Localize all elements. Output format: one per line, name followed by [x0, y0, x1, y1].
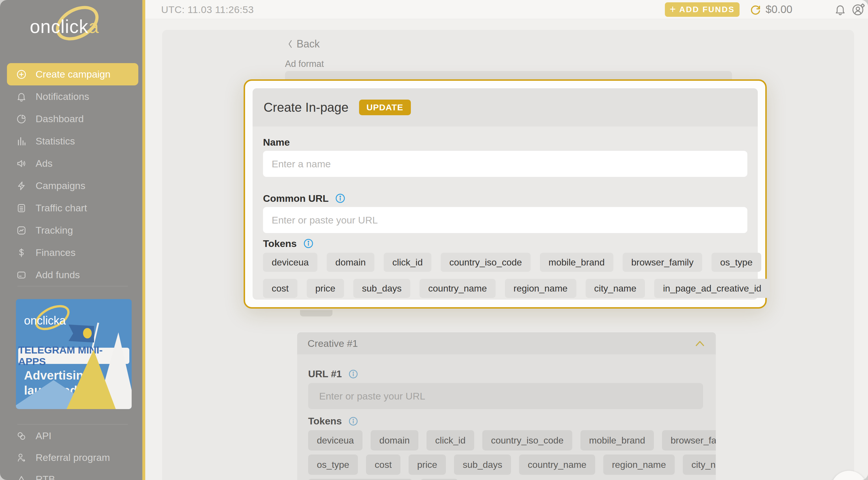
chevron-left-icon	[288, 40, 292, 48]
url-1-input	[308, 383, 703, 409]
lightning-icon	[16, 180, 27, 191]
token-chip: mobile_brand	[580, 430, 654, 450]
sidebar-item-add-funds[interactable]: Add funds	[7, 264, 138, 286]
info-icon[interactable]	[335, 193, 345, 204]
speaker-icon	[16, 158, 27, 169]
document-list-icon	[16, 203, 27, 214]
token-chip: country_name	[519, 454, 595, 475]
logo[interactable]: onclicka	[0, 0, 145, 52]
spotlight-header: Create In-page UPDATE	[253, 88, 758, 126]
back-label: Back	[297, 38, 320, 50]
logo-accent: a	[89, 16, 99, 37]
url-1-label: URL #1	[308, 368, 342, 380]
link-icon	[16, 430, 27, 442]
sidebar-item-dashboard[interactable]: Dashboard	[7, 108, 138, 130]
sidebar-item-label: Dashboard	[36, 113, 84, 124]
token-chip[interactable]: sub_days	[353, 279, 410, 298]
banner-logo: onclicka	[24, 314, 66, 327]
token-chip[interactable]: region_name	[505, 279, 576, 298]
token-chip: country_iso_code	[482, 430, 572, 450]
triangle-icon	[16, 474, 27, 480]
sidebar-item-campaigns[interactable]: Campaigns	[7, 175, 138, 197]
notifications-bell-icon[interactable]	[834, 3, 846, 16]
token-chip[interactable]: city_name	[586, 279, 645, 298]
credit-card-icon	[16, 270, 27, 280]
chevron-up-icon[interactable]	[695, 340, 704, 346]
token-chip-partial	[308, 479, 412, 480]
sidebar-footer: API Referral program RTB	[0, 425, 145, 480]
sidebar-item-label: RTB	[36, 474, 55, 480]
bell-icon	[16, 91, 27, 102]
tokens-row-2: costpricesub_dayscountry_nameregion_name…	[263, 279, 747, 298]
token-chip[interactable]: mobile_brand	[540, 253, 613, 272]
sidebar-item-notifications[interactable]: Notifications	[7, 85, 138, 108]
update-badge: UPDATE	[359, 99, 411, 115]
sidebar-item-traffic-chart[interactable]: Traffic chart	[7, 197, 138, 219]
name-label: Name	[263, 137, 290, 148]
sidebar-item-ads[interactable]: Ads	[7, 152, 138, 175]
sidebar-item-finances[interactable]: Finances	[7, 241, 138, 264]
sidebar-item-label: Finances	[36, 247, 75, 258]
token-chip[interactable]: in_page_ad_creative_id	[654, 279, 770, 298]
token-chip: city_name	[683, 454, 716, 475]
info-icon	[348, 369, 358, 379]
token-chip: browser_family	[662, 430, 716, 450]
sidebar-item-label: Traffic chart	[36, 202, 87, 214]
balance-amount: $0.00	[766, 0, 793, 19]
sidebar-item-create-campaign[interactable]: Create campaign	[7, 63, 138, 85]
creative-1-body: URL #1 Tokens deviceuadomainclick_idcoun…	[297, 354, 716, 480]
ad-format-label: Ad format	[285, 59, 324, 69]
sidebar-item-label: API	[36, 430, 52, 442]
create-in-page-spotlight: Create In-page UPDATE Name Common URL To…	[244, 79, 767, 309]
plus-circle-icon	[16, 69, 27, 80]
add-funds-label: ADD FUNDS	[679, 5, 735, 14]
token-chip[interactable]: domain	[327, 253, 374, 272]
refresh-balance-icon[interactable]	[749, 4, 762, 16]
token-chip-partial	[300, 310, 333, 317]
spotlight-title: Create In-page	[264, 100, 349, 115]
sidebar-item-label: Tracking	[36, 224, 73, 236]
token-chip[interactable]: price	[307, 279, 344, 298]
token-chip: deviceua	[308, 430, 363, 450]
token-chip: click_id	[427, 430, 474, 450]
sidebar-nav: Create campaign Notifications Dashboard …	[0, 63, 145, 286]
creative-1-header[interactable]: Creative #1	[297, 332, 716, 354]
token-chip: cost	[366, 454, 400, 475]
back-link[interactable]: Back	[288, 38, 320, 50]
sidebar-item-api[interactable]: API	[7, 425, 138, 447]
creative-tokens-label: Tokens	[308, 415, 342, 427]
token-chip[interactable]: cost	[263, 279, 298, 298]
token-chip[interactable]: os_type	[711, 253, 761, 272]
common-url-label: Common URL	[263, 193, 329, 204]
sidebar-item-statistics[interactable]: Statistics	[7, 130, 138, 152]
name-input[interactable]	[263, 151, 747, 177]
add-funds-button[interactable]: + ADD FUNDS	[665, 2, 740, 17]
ad-format-select	[285, 71, 732, 80]
promo-banner[interactable]: onclicka TELEGRAM MINI-APPS Advertising …	[16, 299, 132, 409]
info-icon[interactable]	[303, 238, 314, 249]
spotlight-body: Name Common URL Tokens deviceuadomaincli…	[253, 126, 758, 300]
sidebar-item-label: Referral program	[36, 452, 110, 463]
sidebar-item-label: Ads	[36, 158, 53, 169]
dollar-icon	[16, 247, 27, 258]
topbar: UTC: 11.03 11:26:53 + ADD FUNDS $0.00	[145, 0, 868, 19]
token-chip[interactable]: country_name	[420, 279, 496, 298]
sidebar-item-label: Statistics	[36, 136, 75, 147]
sidebar-item-referral-program[interactable]: Referral program	[7, 447, 138, 469]
common-url-input[interactable]	[263, 207, 747, 233]
sidebar-item-tracking[interactable]: Tracking	[7, 219, 138, 241]
token-chip[interactable]: deviceua	[263, 253, 317, 272]
sidebar-item-label: Campaigns	[36, 180, 85, 191]
banner-flag-dot	[83, 328, 92, 338]
token-chip[interactable]: browser_family	[623, 253, 702, 272]
token-chip[interactable]: country_iso_code	[441, 253, 531, 272]
account-settings-icon[interactable]	[851, 3, 865, 17]
creative-1-title: Creative #1	[308, 338, 358, 349]
sidebar-item-label: Notifications	[36, 91, 89, 102]
token-chip: region_name	[603, 454, 675, 475]
sidebar-item-rtb[interactable]: RTB	[7, 469, 138, 480]
sidebar-item-label: Add funds	[36, 269, 80, 280]
sidebar: onclicka Create campaign Notifications D…	[0, 0, 145, 480]
token-chip[interactable]: click_id	[384, 253, 431, 272]
plus-icon: +	[670, 3, 676, 16]
